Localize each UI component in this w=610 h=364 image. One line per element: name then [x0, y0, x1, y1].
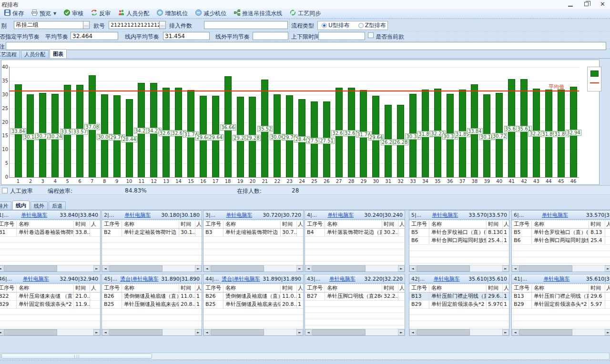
- restore-icon[interactable]: [584, 2, 589, 6]
- panel-scrollbar[interactable]: ◄►: [0, 265, 100, 272]
- panel-scrollbar-thumb[interactable]: [211, 329, 264, 335]
- process-row[interactable]: B25单针压侧缝及袖底来去缝(...20.8...1: [203, 301, 303, 309]
- panel-scrollbar[interactable]: ◄►: [305, 265, 405, 272]
- process-row[interactable]: B6单针合脚口两端同时放垫布...25.4...1: [409, 237, 509, 245]
- group-browse-button[interactable]: …: [83, 21, 90, 29]
- scroll-right-icon[interactable]: ►: [398, 329, 405, 335]
- process-row[interactable]: B2单针走定袖装饰荷叶边（直...30.1...: [102, 229, 202, 237]
- panel-scrollbar-thumb[interactable]: [519, 329, 572, 335]
- scroll-right-icon[interactable]: ►: [195, 329, 202, 335]
- machine-type-link[interactable]: 烫台|单针电脑车: [117, 275, 161, 283]
- limit-input[interactable]: [318, 32, 365, 40]
- machine-type-link[interactable]: 单针电脑车: [114, 212, 161, 219]
- toolbar-button-2[interactable]: 预览▼: [28, 9, 60, 18]
- panel-scrollbar-thumb[interactable]: [109, 329, 163, 335]
- machine-type-link[interactable]: 单针电脑车: [9, 212, 60, 219]
- panel-scrollbar[interactable]: ◄►: [409, 329, 509, 335]
- scroll-left-icon[interactable]: ◄: [409, 265, 416, 272]
- process-row[interactable]: B29单针固定前领滚条头*25.9701: [409, 301, 509, 309]
- toolbar-button-9[interactable]: 工艺同步: [286, 9, 325, 18]
- panel-scrollbar-thumb[interactable]: [312, 329, 366, 335]
- process-row[interactable]: B3单针走缩袖装饰荷叶边（直...30.7...: [203, 229, 303, 237]
- scroll-left-icon[interactable]: ◄: [203, 329, 210, 335]
- toolbar-button-4[interactable]: 反审: [87, 9, 114, 18]
- process-row[interactable]: B5单针合罗纹袖口（直）(8c...8.13: [512, 229, 610, 237]
- panel-scrollbar-thumb[interactable]: [519, 265, 572, 272]
- panel-scrollbar[interactable]: ◄►: [0, 329, 100, 335]
- panel-scrollbar-thumb[interactable]: [211, 265, 264, 272]
- panel-scrollbar[interactable]: ◄►: [409, 265, 509, 272]
- process-row[interactable]: B27单针压脚口明线（直28cm)*232.2...: [305, 293, 405, 301]
- horizontal-scrollbar[interactable]: [0, 353, 610, 360]
- scroll-left-icon[interactable]: ◄: [512, 329, 518, 335]
- panel-scrollbar-thumb[interactable]: [417, 265, 470, 272]
- toolbar-button-8[interactable]: 推送吊挂流水线: [230, 9, 286, 18]
- manual-eff-checkbox[interactable]: [2, 188, 8, 193]
- panel-scrollbar[interactable]: ◄►: [203, 329, 303, 335]
- scroll-right-icon[interactable]: ►: [605, 329, 610, 335]
- tab-bottom-4[interactable]: 后道: [49, 202, 66, 210]
- offline-avg-input[interactable]: [253, 32, 288, 40]
- machine-type-link[interactable]: 单针电脑车: [527, 275, 586, 283]
- toolbar-button-3[interactable]: 审核: [60, 9, 87, 18]
- process-row[interactable]: B22单针压肩缝来去缝 （直7c...21.0...: [0, 293, 100, 301]
- panel-scrollbar[interactable]: ◄►: [512, 329, 610, 335]
- scrollbar-thumb[interactable]: [1, 354, 152, 359]
- scroll-right-icon[interactable]: ►: [502, 329, 509, 335]
- process-row[interactable]: B29单针固定前领滚条头*25.97: [512, 301, 610, 309]
- flow-z-option[interactable]: Z型排布: [358, 21, 386, 30]
- scroll-left-icon[interactable]: ◄: [0, 329, 3, 335]
- process-row[interactable]: B13单针压前门襟止明线（直65...29.6...1: [409, 293, 509, 301]
- toolbar-button-7[interactable]: 减少机位: [192, 9, 230, 18]
- process-row[interactable]: B29单针固定前领滚条头*211.9...: [0, 301, 100, 309]
- scroll-right-icon[interactable]: ►: [605, 265, 610, 272]
- scroll-left-icon[interactable]: ◄: [409, 329, 416, 335]
- process-row[interactable]: B25单针压侧缝及袖底来去缝(...20.8...1: [102, 301, 202, 309]
- machine-type-link[interactable]: 单针电脑车: [317, 212, 364, 219]
- current-style-checkbox[interactable]: [368, 32, 374, 38]
- tab-bottom-3[interactable]: 线外: [30, 202, 48, 210]
- machine-type-link[interactable]: 单针电脑车: [524, 212, 586, 219]
- panel-scrollbar-thumb[interactable]: [109, 265, 163, 272]
- note-input[interactable]: [6, 42, 606, 50]
- style-no-input[interactable]: [109, 21, 166, 29]
- process-row[interactable]: B26烫倒侧缝及袖底缝（直）（...11.0...1: [102, 293, 202, 301]
- close-icon[interactable]: ✕: [600, 1, 605, 7]
- tab-bottom-1[interactable]: 挂片: [0, 202, 11, 210]
- tab-main-1[interactable]: 工艺流程: [0, 50, 20, 59]
- group-input[interactable]: [14, 21, 90, 29]
- toolbar-button-5[interactable]: 人员分配: [114, 9, 153, 18]
- scroll-right-icon[interactable]: ►: [296, 329, 303, 335]
- panel-scrollbar[interactable]: ◄►: [102, 265, 202, 272]
- scroll-left-icon[interactable]: ◄: [305, 329, 312, 335]
- scroll-left-icon[interactable]: ◄: [512, 265, 518, 272]
- machine-type-link[interactable]: 单针电脑车: [12, 275, 60, 283]
- minimize-icon[interactable]: [568, 6, 573, 7]
- tab-bottom-2[interactable]: 线内: [12, 201, 30, 210]
- panel-scrollbar-thumb[interactable]: [312, 265, 366, 272]
- pieces-input[interactable]: [204, 21, 288, 29]
- process-row[interactable]: B26烫倒侧缝及袖底缝（直）（...11.0...1: [203, 293, 303, 301]
- scroll-left-icon[interactable]: ◄: [305, 265, 312, 272]
- scroll-right-icon[interactable]: ►: [296, 265, 303, 272]
- scroll-right-icon[interactable]: ►: [93, 329, 100, 335]
- scroll-left-icon[interactable]: ◄: [203, 265, 210, 272]
- scroll-right-icon[interactable]: ►: [398, 265, 405, 272]
- scroll-left-icon[interactable]: ◄: [0, 265, 3, 272]
- machine-type-link[interactable]: 单针电脑车: [215, 212, 263, 219]
- panel-scrollbar[interactable]: ◄►: [305, 329, 405, 335]
- panel-scrollbar-thumb[interactable]: [417, 329, 470, 335]
- machine-type-link[interactable]: 烫台|单针电脑车: [219, 275, 263, 283]
- process-row[interactable]: B6单针合脚口两端同时放垫布...25.4: [512, 237, 610, 245]
- machine-type-link[interactable]: 单针电脑车: [320, 275, 364, 283]
- tab-main-2[interactable]: 人员分配: [21, 50, 49, 59]
- scroll-left-icon[interactable]: ◄: [102, 329, 109, 335]
- scroll-right-icon[interactable]: ►: [195, 265, 202, 272]
- panel-scrollbar-thumb[interactable]: [4, 265, 57, 272]
- tab-main-3[interactable]: 图表: [50, 49, 67, 59]
- flow-u-option[interactable]: U型排布: [322, 21, 350, 30]
- scroll-left-icon[interactable]: ◄: [102, 265, 109, 272]
- panel-scrollbar[interactable]: ◄►: [203, 265, 303, 272]
- avg-input[interactable]: [71, 32, 118, 40]
- inline-avg-input[interactable]: [163, 32, 210, 40]
